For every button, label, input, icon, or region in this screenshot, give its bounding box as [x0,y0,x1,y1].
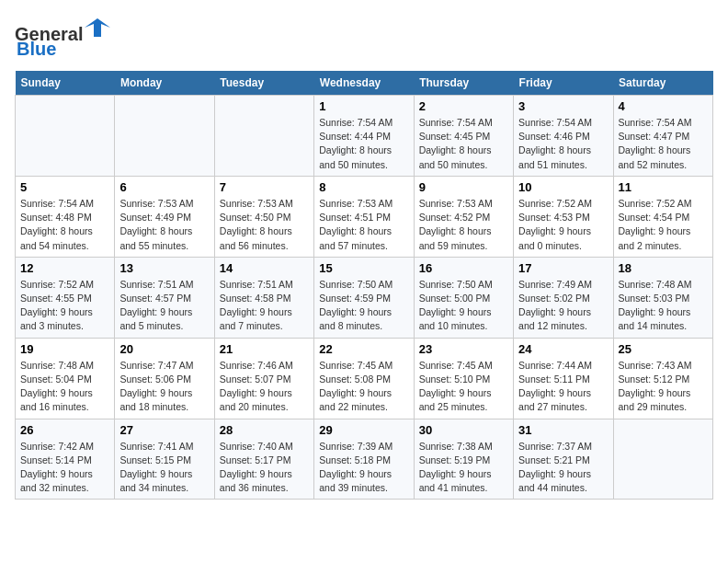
day-cell: 16Sunrise: 7:50 AM Sunset: 5:00 PM Dayli… [414,257,513,338]
day-cell: 8Sunrise: 7:53 AM Sunset: 4:51 PM Daylig… [314,176,414,257]
day-number: 27 [119,423,209,437]
day-info: Sunrise: 7:42 AM Sunset: 5:14 PM Dayligh… [20,440,109,496]
day-info: Sunrise: 7:53 AM Sunset: 4:50 PM Dayligh… [220,197,309,253]
day-info: Sunrise: 7:41 AM Sunset: 5:15 PM Dayligh… [119,440,209,496]
day-info: Sunrise: 7:45 AM Sunset: 5:08 PM Dayligh… [319,359,408,415]
day-info: Sunrise: 7:54 AM Sunset: 4:44 PM Dayligh… [319,116,408,172]
header-monday: Monday [115,71,214,96]
day-info: Sunrise: 7:52 AM Sunset: 4:54 PM Dayligh… [619,197,708,253]
day-info: Sunrise: 7:52 AM Sunset: 4:55 PM Dayligh… [20,278,109,334]
day-info: Sunrise: 7:38 AM Sunset: 5:19 PM Dayligh… [419,440,508,496]
header-saturday: Saturday [613,71,712,96]
week-row-5: 26Sunrise: 7:42 AM Sunset: 5:14 PM Dayli… [16,419,713,500]
day-number: 18 [619,261,708,275]
day-number: 29 [319,423,408,437]
logo-bird-icon [85,15,110,40]
day-cell: 12Sunrise: 7:52 AM Sunset: 4:55 PM Dayli… [16,257,115,338]
week-row-4: 19Sunrise: 7:48 AM Sunset: 5:04 PM Dayli… [16,338,713,419]
day-cell: 19Sunrise: 7:48 AM Sunset: 5:04 PM Dayli… [16,338,115,419]
day-cell: 14Sunrise: 7:51 AM Sunset: 4:58 PM Dayli… [214,257,313,338]
day-cell: 29Sunrise: 7:39 AM Sunset: 5:18 PM Dayli… [314,419,414,500]
day-cell: 28Sunrise: 7:40 AM Sunset: 5:17 PM Dayli… [214,419,313,500]
day-info: Sunrise: 7:48 AM Sunset: 5:03 PM Dayligh… [619,278,708,334]
day-info: Sunrise: 7:53 AM Sunset: 4:51 PM Dayligh… [319,197,408,253]
day-cell: 2Sunrise: 7:54 AM Sunset: 4:45 PM Daylig… [414,96,513,177]
day-number: 28 [220,423,309,437]
day-info: Sunrise: 7:53 AM Sunset: 4:52 PM Dayligh… [419,197,508,253]
day-info: Sunrise: 7:54 AM Sunset: 4:47 PM Dayligh… [619,116,708,172]
day-cell: 11Sunrise: 7:52 AM Sunset: 4:54 PM Dayli… [613,176,712,257]
calendar-table: SundayMondayTuesdayWednesdayThursdayFrid… [15,71,713,500]
day-number: 31 [518,423,608,437]
day-info: Sunrise: 7:54 AM Sunset: 4:45 PM Dayligh… [419,116,508,172]
day-info: Sunrise: 7:37 AM Sunset: 5:21 PM Dayligh… [518,440,608,496]
day-cell: 26Sunrise: 7:42 AM Sunset: 5:14 PM Dayli… [16,419,115,500]
header-friday: Friday [514,71,613,96]
day-cell: 27Sunrise: 7:41 AM Sunset: 5:15 PM Dayli… [115,419,214,500]
day-info: Sunrise: 7:46 AM Sunset: 5:07 PM Dayligh… [220,359,309,415]
day-info: Sunrise: 7:48 AM Sunset: 5:04 PM Dayligh… [20,359,109,415]
day-info: Sunrise: 7:39 AM Sunset: 5:18 PM Dayligh… [319,440,408,496]
day-cell: 25Sunrise: 7:43 AM Sunset: 5:12 PM Dayli… [613,338,712,419]
header-wednesday: Wednesday [314,71,414,96]
day-info: Sunrise: 7:50 AM Sunset: 5:00 PM Dayligh… [419,278,508,334]
day-cell: 13Sunrise: 7:51 AM Sunset: 4:57 PM Dayli… [115,257,214,338]
day-cell [613,419,712,500]
day-info: Sunrise: 7:45 AM Sunset: 5:10 PM Dayligh… [419,359,508,415]
day-number: 16 [419,261,508,275]
week-row-2: 5Sunrise: 7:54 AM Sunset: 4:48 PM Daylig… [16,176,713,257]
day-cell: 7Sunrise: 7:53 AM Sunset: 4:50 PM Daylig… [214,176,313,257]
day-cell: 24Sunrise: 7:44 AM Sunset: 5:11 PM Dayli… [514,338,613,419]
day-info: Sunrise: 7:49 AM Sunset: 5:02 PM Dayligh… [518,278,608,334]
day-cell: 22Sunrise: 7:45 AM Sunset: 5:08 PM Dayli… [314,338,414,419]
day-number: 30 [419,423,508,437]
day-info: Sunrise: 7:40 AM Sunset: 5:17 PM Dayligh… [220,440,309,496]
day-number: 5 [20,180,109,194]
day-cell: 10Sunrise: 7:52 AM Sunset: 4:53 PM Dayli… [514,176,613,257]
day-number: 4 [619,99,708,113]
day-cell: 15Sunrise: 7:50 AM Sunset: 4:59 PM Dayli… [314,257,414,338]
svg-marker-0 [85,18,110,37]
logo: General Blue [15,15,110,60]
day-info: Sunrise: 7:43 AM Sunset: 5:12 PM Dayligh… [619,359,708,415]
day-number: 23 [419,342,508,356]
logo-blue-text: Blue [17,39,56,59]
day-number: 21 [220,342,309,356]
day-number: 17 [518,261,608,275]
day-cell [214,96,313,177]
day-number: 10 [518,180,608,194]
day-number: 13 [119,261,209,275]
day-cell: 9Sunrise: 7:53 AM Sunset: 4:52 PM Daylig… [414,176,513,257]
day-info: Sunrise: 7:54 AM Sunset: 4:48 PM Dayligh… [20,197,109,253]
day-info: Sunrise: 7:51 AM Sunset: 4:58 PM Dayligh… [220,278,309,334]
day-number: 9 [419,180,508,194]
day-cell: 18Sunrise: 7:48 AM Sunset: 5:03 PM Dayli… [613,257,712,338]
header-row: SundayMondayTuesdayWednesdayThursdayFrid… [16,71,713,96]
day-number: 19 [20,342,109,356]
day-info: Sunrise: 7:50 AM Sunset: 4:59 PM Dayligh… [319,278,408,334]
day-info: Sunrise: 7:53 AM Sunset: 4:49 PM Dayligh… [119,197,209,253]
day-cell: 1Sunrise: 7:54 AM Sunset: 4:44 PM Daylig… [314,96,414,177]
day-number: 11 [619,180,708,194]
day-info: Sunrise: 7:44 AM Sunset: 5:11 PM Dayligh… [518,359,608,415]
day-info: Sunrise: 7:47 AM Sunset: 5:06 PM Dayligh… [119,359,209,415]
day-cell: 31Sunrise: 7:37 AM Sunset: 5:21 PM Dayli… [514,419,613,500]
day-cell: 5Sunrise: 7:54 AM Sunset: 4:48 PM Daylig… [16,176,115,257]
day-number: 24 [518,342,608,356]
week-row-3: 12Sunrise: 7:52 AM Sunset: 4:55 PM Dayli… [16,257,713,338]
day-number: 1 [319,99,408,113]
day-cell [115,96,214,177]
day-number: 15 [319,261,408,275]
day-number: 22 [319,342,408,356]
day-number: 20 [119,342,209,356]
day-cell: 21Sunrise: 7:46 AM Sunset: 5:07 PM Dayli… [214,338,313,419]
day-cell: 6Sunrise: 7:53 AM Sunset: 4:49 PM Daylig… [115,176,214,257]
header-sunday: Sunday [16,71,115,96]
day-info: Sunrise: 7:54 AM Sunset: 4:46 PM Dayligh… [518,116,608,172]
day-cell: 4Sunrise: 7:54 AM Sunset: 4:47 PM Daylig… [613,96,712,177]
header-thursday: Thursday [414,71,513,96]
header-tuesday: Tuesday [214,71,313,96]
day-number: 25 [619,342,708,356]
day-cell: 17Sunrise: 7:49 AM Sunset: 5:02 PM Dayli… [514,257,613,338]
week-row-1: 1Sunrise: 7:54 AM Sunset: 4:44 PM Daylig… [16,96,713,177]
